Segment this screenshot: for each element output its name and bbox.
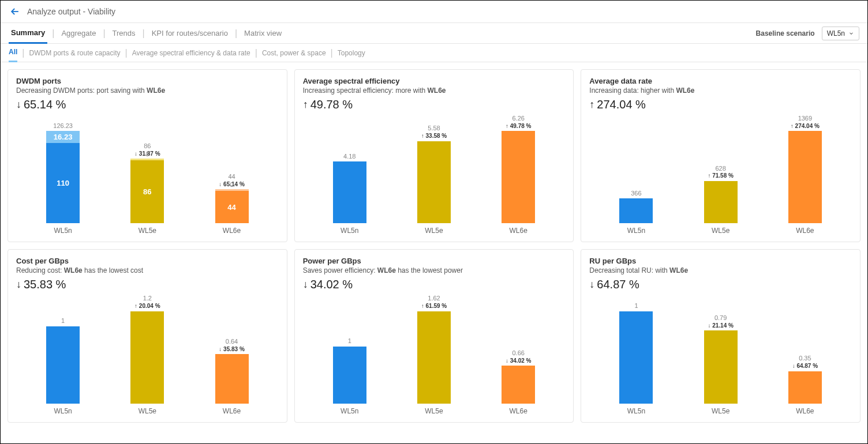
card-kpi: ↓34.02 % [303,278,566,291]
subtab-all[interactable]: All [9,44,17,62]
bar [619,311,653,404]
bar-value-label: 0.66↓ 34.02 % [506,349,531,364]
bar: 16.23110 [46,131,80,223]
scenario-select[interactable]: WL5n [822,27,859,40]
bar [704,181,738,223]
chart: 1WL5n1.62↑ 61.59 %WL5e0.66↓ 34.02 %WL6e [303,295,566,415]
bar-WL5n: 1WL5n [610,302,662,415]
tab-kpi[interactable]: KPI for routes/scenario [149,29,230,37]
bar-segment [417,311,451,404]
bar-category: WL5e [712,227,729,235]
bar-segment-main: 110 [46,143,80,223]
bar-segment [417,141,451,224]
card-kpi: ↓65.14 % [16,98,279,111]
bar-category: WL6e [796,227,814,235]
bar-segment [704,181,738,223]
bar-value-label: 126.23 [53,122,73,130]
card-subtitle: Increasing data: higher with WL6e [589,86,852,95]
bar-WL6e: 44↓ 65.14 %044WL6e [206,173,258,235]
bar-value-label: 1.2↑ 20.04 % [134,295,160,310]
bar-segment-main: 86 [130,160,164,223]
card-title: Average spectral efficiency [303,77,566,85]
bar-category: WL5e [712,407,729,415]
bar-value-label: 366 [631,190,641,198]
bar-segment [215,354,249,403]
bar [502,366,535,403]
bar-category: WL6e [510,227,527,235]
card-4: Power per GBpsSaves power efficiency: WL… [294,249,574,422]
card-grid: DWDM portsDecreasing DWDM ports: port sa… [1,62,867,430]
bar-category: WL6e [223,407,241,415]
bar-value-label: 1.62↑ 61.59 % [421,295,447,310]
bar [619,198,653,223]
bar-category: WL5n [341,227,358,235]
card-title: RU per GBps [589,257,852,265]
bar-value-label: 6.26↑ 49.78 % [506,115,531,130]
bar-category: WL5e [139,227,156,235]
bar [502,131,535,223]
bar-value-label: 1369↑ 274.04 % [791,115,820,130]
bar-WL5e: 86↓ 31.87 %086WL5e [121,142,173,235]
bar-WL5n: 4.18WL5n [324,153,376,235]
bar-segment-main: 44 [215,191,249,223]
bar [46,326,80,403]
bar [333,347,366,404]
bar-value-label: 0.35↓ 64.87 % [792,355,818,370]
bar-WL5e: 1.2↑ 20.04 %WL5e [121,295,173,415]
card-3: Cost per GBpsReducing cost: WL6e has the… [8,249,287,422]
bar: 086 [130,159,164,223]
card-1: Average spectral efficiencyIncreasing sp… [294,69,574,242]
bar-category: WL6e [510,407,527,415]
card-title: DWDM ports [16,77,279,85]
subtab-topology[interactable]: Topology [338,49,365,57]
card-subtitle: Increasing spectral efficiency: more wit… [303,86,566,95]
card-0: DWDM portsDecreasing DWDM ports: port sa… [8,69,287,242]
bar-category: WL5n [54,407,72,415]
arrow-left-icon [9,6,21,17]
card-kpi: ↑49.78 % [303,98,566,111]
back-button[interactable] [9,5,21,18]
bar-WL5e: 628↑ 71.58 %WL5e [695,165,747,235]
bar-category: WL5n [627,227,645,235]
bar-WL5e: 0.79↓ 21.14 %WL5e [695,314,747,415]
tab-trends[interactable]: Trends [110,29,138,37]
bar-segment [788,371,822,404]
bar-segment [130,311,164,404]
card-kpi: ↓64.87 % [589,278,852,291]
bar-segment [788,131,822,223]
secondary-tabs: All| DWDM ports & route capacity| Averag… [1,44,867,62]
bar-category: WL5n [627,407,645,415]
bar [417,141,451,224]
bar-value-label: 1 [61,317,65,325]
bar-segment [502,131,535,223]
bar-value-label: 1 [634,302,638,310]
baseline-label: Baseline scenario [756,29,815,37]
page-title: Analyze output - Viability [27,7,115,16]
scenario-value: WL5n [827,29,845,37]
bar-category: WL5n [54,227,72,235]
chart: 126.2316.23110WL5n86↓ 31.87 %086WL5e44↓ … [16,115,279,235]
bar-WL5e: 1.62↑ 61.59 %WL5e [408,295,460,415]
card-5: RU per GBpsDecreasing total RU: with WL6… [581,249,860,422]
bar-segment [46,326,80,403]
bar [788,131,822,223]
bar-WL5n: 1WL5n [37,317,89,415]
tab-summary[interactable]: Summary [9,23,47,44]
subtab-spectral[interactable]: Average spectral efficiency & data rate [132,49,250,57]
bar-value-label: 1 [348,337,351,345]
chart: 366WL5n628↑ 71.58 %WL5e1369↑ 274.04 %WL6… [589,115,852,235]
bar-WL6e: 0.35↓ 64.87 %WL6e [779,355,831,415]
bar-segment [704,330,738,403]
subtab-cost[interactable]: Cost, power & space [262,49,326,57]
bar-segment [502,366,535,403]
chart: 1WL5n1.2↑ 20.04 %WL5e0.64↓ 35.83 %WL6e [16,295,279,415]
tab-matrix[interactable]: Matrix view [242,29,284,37]
bar [333,161,366,223]
bar-category: WL6e [223,227,241,235]
bar-WL6e: 0.64↓ 35.83 %WL6e [206,338,258,415]
bar-segment [333,161,366,223]
bar-WL6e: 6.26↑ 49.78 %WL6e [492,115,544,235]
chart: 1WL5n0.79↓ 21.14 %WL5e0.35↓ 64.87 %WL6e [589,295,852,415]
subtab-dwdm[interactable]: DWDM ports & route capacity [29,49,121,57]
tab-aggregate[interactable]: Aggregate [59,29,98,37]
